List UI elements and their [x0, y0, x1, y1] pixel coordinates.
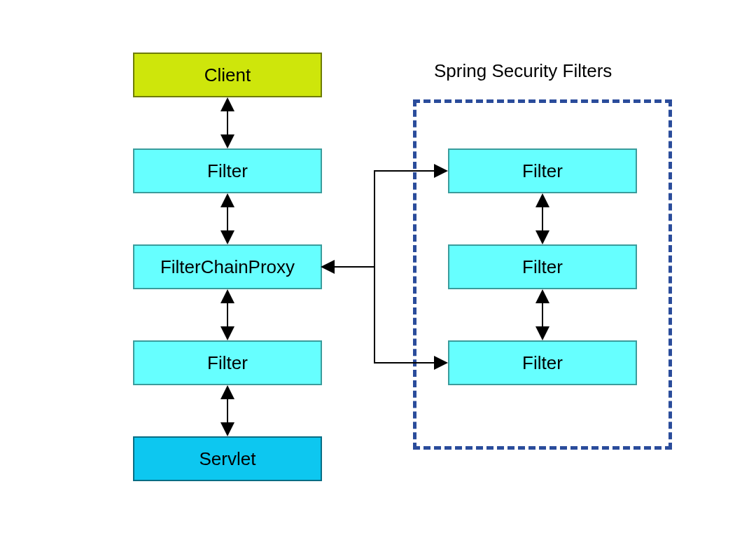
filter-box-right-1: Filter: [448, 148, 637, 193]
filter-box-left-2: Filter: [133, 340, 322, 385]
client-box: Client: [133, 53, 322, 97]
filter-label: Filter: [522, 256, 563, 278]
servlet-box: Servlet: [133, 436, 322, 481]
security-filters-title: Spring Security Filters: [434, 60, 612, 82]
client-label: Client: [204, 64, 251, 86]
proxy-label: FilterChainProxy: [160, 256, 295, 278]
filter-label: Filter: [522, 160, 563, 182]
filterchainproxy-box: FilterChainProxy: [133, 244, 322, 289]
filter-label: Filter: [522, 352, 563, 374]
filter-box-right-2: Filter: [448, 244, 637, 289]
filter-label: Filter: [207, 160, 248, 182]
filter-box-right-3: Filter: [448, 340, 637, 385]
filter-box-left-1: Filter: [133, 148, 322, 193]
filter-label: Filter: [207, 352, 248, 374]
servlet-label: Servlet: [200, 448, 256, 470]
